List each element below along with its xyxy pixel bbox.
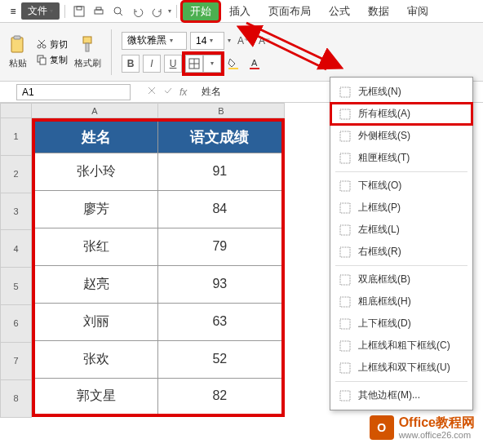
border-type-icon [339, 339, 352, 353]
format-painter-label: 格式刷 [74, 57, 101, 69]
borders-menu-item[interactable]: 左框线(L) [330, 219, 472, 241]
svg-rect-2 [95, 10, 103, 14]
row-header-3[interactable]: 3 [1, 193, 32, 230]
row-header-4[interactable]: 4 [1, 230, 32, 268]
qat-undo-icon[interactable] [129, 2, 147, 20]
svg-rect-31 [340, 247, 350, 257]
font-name-combo[interactable]: 微软雅黑▾ [122, 32, 187, 50]
underline-button[interactable]: U [164, 55, 182, 73]
chevron-down-icon: ▾ [170, 37, 173, 44]
cell-score[interactable]: 84 [158, 190, 283, 228]
menu-item-label: 双底框线(B) [358, 273, 410, 286]
select-all-corner[interactable] [1, 104, 32, 118]
menu-item-label: 外侧框线(S) [358, 129, 410, 143]
tab-review[interactable]: 审阅 [399, 1, 436, 22]
svg-rect-6 [11, 38, 23, 52]
svg-rect-24 [340, 87, 350, 97]
formula-input[interactable]: 姓名 [202, 85, 221, 99]
chevron-down-icon: ▾ [203, 55, 221, 73]
font-size-more[interactable]: ▾ [228, 37, 231, 44]
cut-button[interactable]: 剪切 [36, 38, 68, 51]
column-header-A[interactable]: A [32, 104, 158, 118]
ribbon: 粘贴 剪切 复制 格式刷 微软雅黑▾ 14▾ ▾ A⁺ A⁻ B I U ▾ A [0, 23, 483, 82]
borders-menu-item[interactable]: 上下框线(D) [330, 313, 472, 335]
svg-rect-30 [340, 225, 350, 235]
cell-score[interactable]: 82 [158, 378, 283, 415]
qat-preview-icon[interactable] [109, 2, 127, 20]
row-header-6[interactable]: 6 [1, 305, 32, 343]
row-header-1[interactable]: 1 [1, 118, 32, 156]
borders-menu-item[interactable]: 双底框线(B) [330, 268, 472, 291]
qat-save-icon[interactable] [70, 2, 88, 20]
cell-name[interactable]: 赵亮 [33, 265, 158, 303]
menu-item-label: 所有框线(A) [358, 107, 410, 121]
copy-label: 复制 [50, 54, 68, 66]
table-header-score[interactable]: 语文成绩 [158, 120, 283, 153]
borders-menu-item[interactable]: 其他边框(M)... [330, 384, 472, 406]
row-header-5[interactable]: 5 [1, 268, 32, 305]
data-table: 姓名 语文成绩 张小玲91 廖芳84 张红79 赵亮93 刘丽63 张欢52 郭… [32, 118, 285, 417]
row-header-2[interactable]: 2 [1, 155, 32, 193]
border-type-icon [339, 273, 352, 286]
cell-name[interactable]: 刘丽 [33, 303, 158, 340]
increase-font-icon[interactable]: A⁺ [234, 32, 252, 50]
row-header-7[interactable]: 7 [1, 342, 32, 379]
borders-menu-item[interactable]: 外侧框线(S) [330, 125, 472, 147]
tab-layout[interactable]: 页面布局 [260, 1, 319, 22]
row-header-8[interactable]: 8 [1, 379, 32, 417]
menu-item-label: 上框线(P) [358, 201, 401, 215]
menubar: ≡ 文件▾ ▾ 开始 插入 页面布局 公式 数据 审阅 [0, 0, 483, 23]
tab-start[interactable]: 开始 [182, 2, 219, 21]
borders-menu-item[interactable]: 上框线和粗下框线(C) [330, 335, 472, 357]
decrease-font-icon[interactable]: A⁻ [255, 32, 273, 50]
table-header-name[interactable]: 姓名 [33, 120, 158, 153]
copy-button[interactable]: 复制 [36, 54, 68, 66]
hamburger-icon[interactable]: ≡ [7, 5, 20, 18]
borders-menu-item[interactable]: 所有框线(A) [330, 103, 472, 125]
borders-menu-item[interactable]: 上框线(P) [330, 197, 472, 219]
cell-name[interactable]: 张小玲 [33, 153, 158, 190]
cell-score[interactable]: 52 [158, 340, 283, 378]
fx-cancel-icon[interactable] [147, 86, 157, 98]
cell-name[interactable]: 廖芳 [33, 190, 158, 228]
file-menu-button[interactable]: 文件▾ [21, 2, 60, 20]
cell-name[interactable]: 张红 [33, 228, 158, 265]
fx-label[interactable]: fx [179, 86, 187, 98]
borders-menu-item[interactable]: 右框线(R) [330, 241, 472, 263]
borders-button[interactable]: ▾ [185, 55, 221, 73]
file-label: 文件 [28, 4, 47, 18]
borders-menu-item[interactable]: 下框线(O) [330, 175, 472, 197]
menu-separator [335, 381, 467, 382]
cell-score[interactable]: 91 [158, 153, 283, 190]
qat-redo-icon[interactable] [148, 2, 166, 20]
cell-score[interactable]: 93 [158, 265, 283, 303]
cell-score[interactable]: 79 [158, 228, 283, 265]
borders-menu-item[interactable]: 粗匣框线(T) [330, 147, 472, 169]
font-color-button[interactable]: A [246, 55, 264, 73]
tab-data[interactable]: 数据 [360, 1, 397, 22]
fill-color-button[interactable] [224, 55, 242, 73]
borders-menu-item[interactable]: 上框线和双下框线(U) [330, 357, 472, 379]
name-box[interactable]: A1 [16, 84, 131, 100]
column-header-B[interactable]: B [158, 104, 285, 118]
borders-menu-item[interactable]: 无框线(N) [330, 81, 472, 103]
format-painter-button[interactable]: 格式刷 [74, 34, 101, 69]
qat-more-icon[interactable]: ▾ [168, 7, 171, 15]
fx-accept-icon[interactable] [163, 86, 173, 98]
cell-name[interactable]: 郭文星 [33, 378, 158, 415]
menu-item-label: 粗底框线(H) [358, 295, 411, 308]
cell-name[interactable]: 张欢 [33, 340, 158, 378]
table-row: 张小玲91 [33, 153, 283, 190]
italic-button[interactable]: I [143, 55, 161, 73]
paste-button[interactable]: 粘贴 [7, 34, 29, 69]
cell-score[interactable]: 63 [158, 303, 283, 340]
qat-print-icon[interactable] [90, 2, 108, 20]
font-size-combo[interactable]: 14▾ [190, 32, 224, 50]
bold-button[interactable]: B [122, 55, 140, 73]
border-type-icon [339, 224, 352, 237]
svg-rect-35 [340, 341, 350, 351]
tab-formula[interactable]: 公式 [321, 1, 358, 22]
borders-menu-item[interactable]: 粗底框线(H) [330, 291, 472, 313]
tab-insert[interactable]: 插入 [221, 1, 259, 22]
watermark-logo-icon: O [370, 415, 394, 440]
